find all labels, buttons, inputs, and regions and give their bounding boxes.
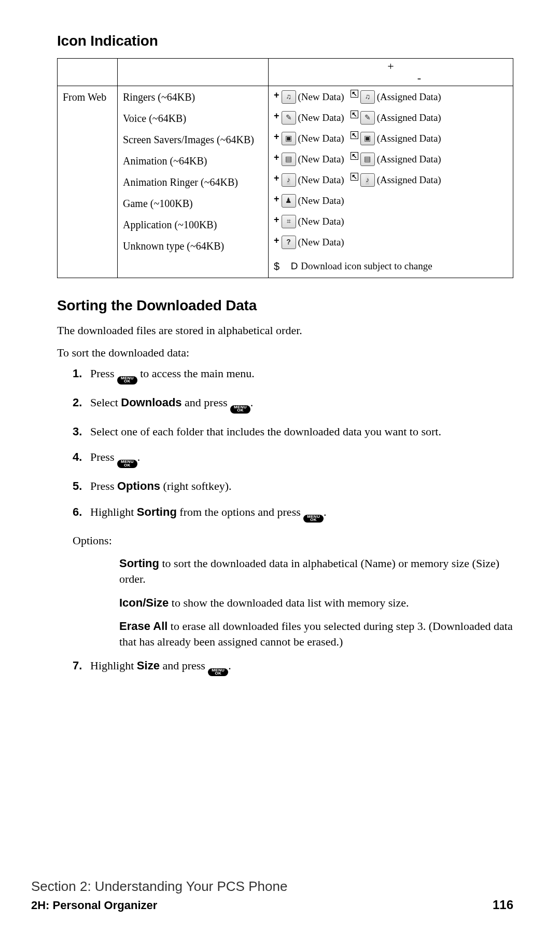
step-1: Press MENUOK to access the main menu.	[90, 366, 513, 384]
assigned-badge-icon: ↖	[351, 111, 358, 118]
heading-sorting: Sorting the Downloaded Data	[57, 296, 513, 315]
assigned-badge-icon: ↖	[351, 90, 358, 98]
type-label: Unknown type (~64KB)	[123, 239, 263, 253]
icon-row: +(New Data)↖(Assigned Data)	[274, 173, 508, 187]
step-6: Highlight Sorting from the options and p…	[90, 504, 513, 523]
step-7: Highlight Size and press MENUOK.	[90, 658, 513, 677]
footer-subsection: 2H: Personal Organizer	[31, 898, 157, 913]
plus-icon: +	[274, 236, 279, 245]
plus-icon: +	[274, 111, 279, 120]
new-data-label: (New Data)	[298, 215, 344, 228]
game-icon	[282, 194, 296, 208]
options-block: Sorting to sort the downloaded data in a…	[119, 556, 513, 649]
type-label: Application (~100KB)	[123, 218, 263, 232]
page-footer: Section 2: Understanding Your PCS Phone …	[31, 877, 513, 913]
type-label: Voice (~64KB)	[123, 112, 263, 126]
plus-icon: +	[274, 173, 279, 183]
plus-icon: +	[274, 194, 279, 203]
music-icon	[360, 90, 375, 104]
plus-icon: +	[274, 90, 279, 100]
step-5: Press Options (right softkey).	[90, 478, 513, 494]
icon-row: +(New Data)↖(Assigned Data)	[274, 153, 508, 166]
footer-section-title: Section 2: Understanding Your PCS Phone	[31, 877, 513, 896]
assigned-badge-icon: ↖	[351, 152, 358, 160]
new-data-label: (New Data)	[298, 111, 344, 125]
icon-row: +(New Data)	[274, 215, 508, 228]
plus-icon: +	[274, 153, 279, 162]
new-data-label: (New Data)	[298, 194, 344, 208]
type-label: Animation Ringer (~64KB)	[123, 175, 263, 189]
sort-steps: 1. Press MENUOK to access the main menu.…	[73, 366, 513, 523]
icons-column: +(New Data)↖(Assigned Data)+(New Data)↖(…	[269, 86, 513, 278]
source-cell: From Web	[58, 86, 118, 278]
anim-icon	[360, 153, 375, 166]
assigned-data-label: (Assigned Data)	[377, 153, 441, 166]
new-data-label: (New Data)	[298, 153, 344, 166]
assigned-data-label: (Assigned Data)	[377, 173, 441, 187]
menu-ok-icon: MENUOK	[117, 376, 137, 384]
voice-icon	[360, 111, 375, 125]
icon-footnote: $ D Download icon subject to change	[274, 256, 508, 273]
music-icon	[282, 90, 296, 104]
icon-row: +(New Data)	[274, 194, 508, 208]
unknown-icon	[282, 236, 296, 249]
app-icon	[282, 215, 296, 228]
icon-row: +(New Data)↖(Assigned Data)	[274, 90, 508, 104]
header-plus: +	[274, 61, 508, 72]
assigned-badge-icon: ↖	[351, 131, 358, 139]
assigned-badge-icon: ↖	[351, 173, 358, 181]
menu-ok-icon: MENUOK	[230, 405, 250, 414]
assigned-data-label: (Assigned Data)	[377, 111, 441, 125]
image-icon	[360, 132, 375, 145]
type-label: Animation (~64KB)	[123, 154, 263, 168]
image-icon	[282, 132, 296, 145]
page-number: 116	[493, 897, 513, 913]
sort-intro-1: The downloaded files are stored in alpha…	[57, 323, 513, 338]
type-label: Game (~100KB)	[123, 197, 263, 211]
new-data-label: (New Data)	[298, 132, 344, 145]
options-label: Options:	[73, 533, 513, 548]
step-3: Select one of each folder that includes …	[90, 424, 513, 439]
type-label: Ringers (~64KB)	[123, 90, 263, 104]
icon-row: +(New Data)↖(Assigned Data)	[274, 132, 508, 145]
type-label: Screen Savers/Images (~64KB)	[123, 133, 263, 147]
sort-intro-2: To sort the downloaded data:	[57, 345, 513, 361]
step-4: Press MENUOK.	[90, 449, 513, 468]
assigned-data-label: (Assigned Data)	[377, 90, 441, 104]
types-column: Ringers (~64KB)Voice (~64KB)Screen Saver…	[118, 86, 269, 278]
aring-icon	[360, 173, 375, 187]
anim-icon	[282, 153, 296, 166]
new-data-label: (New Data)	[298, 90, 344, 104]
new-data-label: (New Data)	[298, 173, 344, 187]
menu-ok-icon: MENUOK	[208, 668, 228, 677]
aring-icon	[282, 173, 296, 187]
step-2: Select Downloads and press MENUOK.	[90, 395, 513, 414]
manual-page: Icon Indication + - From Web Ringers (~6…	[0, 0, 560, 934]
menu-ok-icon: MENUOK	[117, 460, 137, 468]
plus-icon: +	[274, 132, 279, 141]
voice-icon	[282, 111, 296, 125]
header-minus: -	[331, 72, 508, 84]
icon-row: +(New Data)↖(Assigned Data)	[274, 111, 508, 125]
menu-ok-icon: MENUOK	[303, 515, 324, 523]
heading-icon-indication: Icon Indication	[57, 31, 513, 51]
plus-icon: +	[274, 215, 279, 224]
icon-indication-table: + - From Web Ringers (~64KB)Voice (~64KB…	[57, 58, 513, 278]
icon-row: +(New Data)	[274, 236, 508, 249]
assigned-data-label: (Assigned Data)	[377, 132, 441, 145]
new-data-label: (New Data)	[298, 236, 344, 249]
